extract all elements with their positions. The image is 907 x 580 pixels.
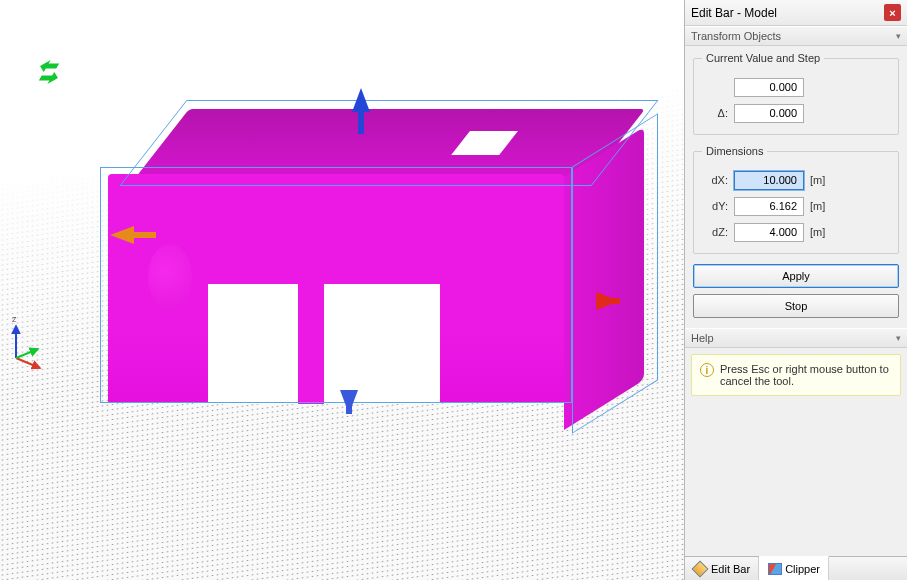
panel-title-text: Edit Bar - Model (691, 6, 777, 20)
group-current-value-legend: Current Value and Step (702, 52, 824, 64)
tab-clipper-label: Clipper (785, 563, 820, 575)
scale-handle-left-icon[interactable] (110, 226, 134, 244)
scale-handle-up-icon[interactable] (352, 88, 370, 112)
panel-spacer (685, 402, 907, 556)
scale-handle-depth-front-icon[interactable] (37, 72, 62, 84)
chevron-down-icon: ▾ (896, 31, 901, 41)
current-value-input[interactable] (734, 78, 804, 97)
bounding-box-side[interactable] (572, 113, 658, 434)
axis-label-z: z (12, 314, 17, 324)
section-header-help-label: Help (691, 332, 714, 344)
dy-unit: [m] (810, 200, 834, 212)
section-body-help: i Press Esc or right mouse button to can… (685, 348, 907, 402)
group-current-value: Current Value and Step Δ: (693, 52, 899, 135)
dy-label: dY: (702, 200, 728, 212)
model-scene[interactable] (40, 60, 660, 480)
panel-bottom-tabs: Edit Bar Clipper (685, 556, 907, 580)
svg-line-2 (16, 349, 38, 358)
delta-input[interactable] (734, 104, 804, 123)
tools-icon (693, 562, 707, 576)
panel-close-button[interactable]: × (884, 4, 901, 21)
section-header-transform-label: Transform Objects (691, 30, 781, 42)
bounding-box-front[interactable] (100, 167, 572, 403)
viewport-3d[interactable]: z (0, 0, 684, 580)
edit-bar-panel: Edit Bar - Model × Transform Objects ▾ C… (684, 0, 907, 580)
axis-triad-icon (8, 318, 48, 370)
help-text: Press Esc or right mouse button to cance… (720, 363, 892, 387)
panel-titlebar[interactable]: Edit Bar - Model × (685, 0, 907, 26)
scale-handle-down-icon[interactable] (340, 390, 358, 414)
dz-input[interactable] (734, 223, 804, 242)
dz-unit: [m] (810, 226, 834, 238)
stop-button[interactable]: Stop (693, 294, 899, 318)
tab-clipper[interactable]: Clipper (759, 556, 829, 580)
apply-button[interactable]: Apply (693, 264, 899, 288)
section-header-transform[interactable]: Transform Objects ▾ (685, 26, 907, 46)
section-body-transform: Current Value and Step Δ: Dimensions dX:… (685, 46, 907, 328)
delta-label: Δ: (702, 107, 728, 119)
group-dimensions: Dimensions dX: [m] dY: [m] dZ: [m] (693, 145, 899, 254)
tab-edit-bar[interactable]: Edit Bar (685, 557, 759, 580)
info-icon: i (700, 363, 714, 377)
chevron-down-icon: ▾ (896, 333, 901, 343)
scale-handle-depth-back-icon[interactable] (37, 60, 62, 72)
clipper-icon (767, 562, 781, 576)
close-icon: × (889, 7, 895, 19)
axis-triad: z (8, 318, 48, 370)
apply-button-label: Apply (782, 270, 810, 282)
dx-label: dX: (702, 174, 728, 186)
tab-edit-bar-label: Edit Bar (711, 563, 750, 575)
section-header-help[interactable]: Help ▾ (685, 328, 907, 348)
dz-label: dZ: (702, 226, 728, 238)
dx-input[interactable] (734, 171, 804, 190)
dy-input[interactable] (734, 197, 804, 216)
help-message: i Press Esc or right mouse button to can… (691, 354, 901, 396)
svg-line-1 (16, 358, 40, 368)
scale-handle-right-icon[interactable] (596, 292, 620, 310)
stop-button-label: Stop (785, 300, 808, 312)
group-dimensions-legend: Dimensions (702, 145, 767, 157)
dx-unit: [m] (810, 174, 834, 186)
